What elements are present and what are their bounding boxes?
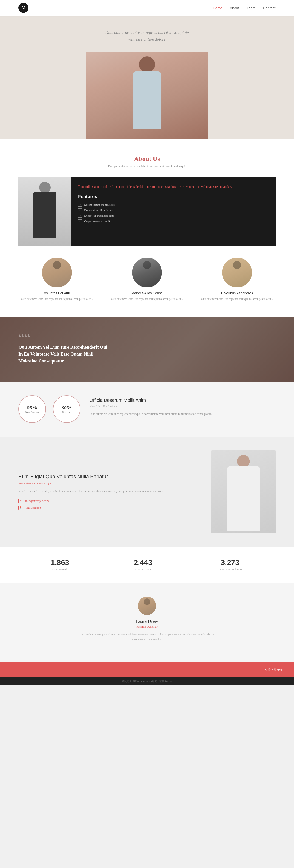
quote-bg: ““ Quis Autem Vel Eum Iure Reprehenderit…: [0, 317, 294, 381]
counter-2: 2,443 Success Rate: [134, 558, 152, 571]
team-avatar-1: [42, 257, 72, 287]
stats-section: 95% New Designs 30% Discount Officia Des…: [0, 381, 294, 437]
nav-home[interactable]: Home: [213, 6, 222, 10]
email-icon: ✉: [18, 499, 23, 503]
about-title: About Us: [18, 155, 276, 162]
about-image: [18, 177, 71, 246]
team-cards: Voluptas Pariatur Quis autem vel eum iur…: [18, 257, 276, 301]
team-name-1: Voluptas Pariatur: [18, 291, 95, 295]
stat-label-2: Discount: [62, 411, 71, 413]
stat-num-1: 95%: [27, 405, 37, 411]
counters-section: 1,863 New Arrivals 2,443 Success Rate 3,…: [0, 547, 294, 583]
nav-contact[interactable]: Contact: [263, 6, 276, 10]
counter-num-2: 2,443: [134, 558, 152, 567]
logo[interactable]: M: [18, 3, 28, 13]
nav-team[interactable]: Team: [247, 6, 256, 10]
counter-num-3: 3,273: [217, 558, 243, 567]
features-title: Features: [78, 194, 269, 199]
hero-figure: [86, 52, 208, 139]
stat-num-2: 30%: [62, 405, 72, 411]
feature-item-1: ✓ Lorem ipsum Ut molestie.: [78, 203, 269, 207]
contact-left: Eum Fugiat Quo Voluptas Nulla Pariatur N…: [18, 473, 198, 510]
navigation: M Home About Team Contact: [0, 0, 294, 16]
hero-image: [86, 52, 208, 139]
check-icon-1: ✓: [78, 203, 82, 207]
contact-info: ✉ info@example.com 📍 Tag Location: [18, 499, 198, 510]
team-card-2: Maiores Alias Conse Quis autem vel eum i…: [109, 257, 185, 301]
location-icon: 📍: [18, 505, 23, 510]
profile-name: Laura Drew: [18, 619, 276, 624]
profile-avatar: [138, 597, 156, 615]
counter-label-2: Success Rate: [134, 568, 152, 571]
counter-num-1: 1,863: [51, 558, 69, 567]
stat-circle-2: 30% Discount: [53, 395, 80, 423]
stat-circle-1: 95% New Designs: [18, 395, 46, 423]
contact-image: [211, 451, 276, 533]
check-icon-4: ✓: [78, 219, 82, 223]
stats-subtitle: New Offers For Customers: [90, 405, 276, 408]
team-avatar-3: [222, 257, 252, 287]
contact-badge: New Offers For New Designs: [18, 482, 198, 485]
about-subtitle: Excepteur sint occaecat cupidatat non pr…: [18, 164, 276, 168]
footer-cta: 相关下载按钮: [0, 662, 294, 677]
quote-mark: ““: [18, 335, 110, 341]
about-highlight: Temporibus autem quibusdam et aut offici…: [78, 184, 269, 190]
stats-text: Officia Deserunt Mollit Anim New Offers …: [90, 395, 276, 416]
counter-3: 3,273 Customer Satisfaction: [217, 558, 243, 571]
profile-bio: Temporibus autem quibusdam et aut offici…: [78, 632, 216, 642]
features-list: ✓ Lorem ipsum Ut molestie. ✓ Deserunt mo…: [78, 203, 269, 223]
feature-item-4: ✓ Culpa deserunt mollit.: [78, 219, 269, 223]
team-card-3: Doloribus Asperiores Quis autem vel eum …: [199, 257, 276, 301]
about-text-box: Temporibus autem quibusdam et aut offici…: [71, 177, 276, 246]
stats-circles: 95% New Designs 30% Discount: [18, 395, 80, 423]
check-icon-3: ✓: [78, 214, 82, 218]
stats-desc: Quis autem vel eum iure reprehenderit qu…: [90, 411, 276, 416]
nav-about[interactable]: About: [230, 6, 239, 10]
feature-item-3: ✓ Excepteur cupidatat dent.: [78, 214, 269, 218]
hero-section: Duis aute irure dolor in reprehenderit i…: [0, 16, 294, 139]
team-name-2: Maiores Alias Conse: [109, 291, 185, 295]
nav-links: Home About Team Contact: [213, 6, 276, 10]
counter-label-1: New Arrivals: [51, 568, 69, 571]
contact-email: ✉ info@example.com: [18, 499, 198, 503]
check-icon-2: ✓: [78, 209, 82, 212]
team-avatar-2: [132, 257, 162, 287]
quote-content: ““ Quis Autem Vel Eum Iure Reprehenderit…: [0, 325, 129, 373]
stat-label-1: New Designs: [26, 411, 39, 413]
footer-cta-button[interactable]: 相关下载按钮: [260, 665, 287, 674]
stats-title: Officia Deserunt Mollit Anim: [90, 398, 276, 403]
hero-tagline: Duis aute irure dolor in reprehenderit i…: [18, 29, 276, 43]
counter-1: 1,863 New Arrivals: [51, 558, 69, 571]
contact-section: Eum Fugiat Quo Voluptas Nulla Pariatur N…: [0, 437, 294, 547]
profile-role: Fashion Designer: [18, 625, 276, 628]
profile-section: Laura Drew Fashion Designer Temporibus a…: [0, 583, 294, 662]
quote-section: ““ Quis Autem Vel Eum Iure Reprehenderit…: [0, 317, 294, 381]
about-content: Temporibus autem quibusdam et aut offici…: [18, 177, 276, 246]
team-desc-2: Quis autem vel eum iure reprehenderit qu…: [109, 297, 185, 301]
team-desc-1: Quis autem vel eum iure reprehenderit qu…: [18, 297, 95, 301]
team-name-3: Doloribus Asperiores: [199, 291, 276, 295]
counter-label-3: Customer Satisfaction: [217, 568, 243, 571]
footer-bottom: 访问吧·社区bbs.xienlao.com免费下载更多引用: [0, 677, 294, 685]
quote-text: Quis Autem Vel Eum Iure Reprehenderit Qu…: [18, 344, 110, 364]
feature-item-2: ✓ Deserunt mollit anim est.: [78, 209, 269, 212]
contact-location: 📍 Tag Location: [18, 505, 198, 510]
team-desc-3: Quis autem vel eum iure reprehenderit qu…: [199, 297, 276, 301]
about-section: About Us Excepteur sint occaecat cupidat…: [0, 139, 294, 317]
team-card-1: Voluptas Pariatur Quis autem vel eum iur…: [18, 257, 95, 301]
contact-title: Eum Fugiat Quo Voluptas Nulla Pariatur: [18, 473, 198, 480]
contact-desc: To take a trivial example, which of us e…: [18, 489, 198, 494]
